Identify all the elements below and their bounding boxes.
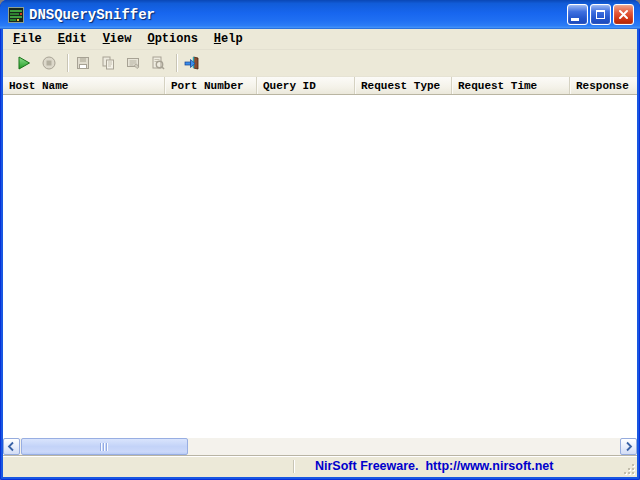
column-query-id[interactable]: Query ID	[257, 77, 355, 94]
menu-view[interactable]: View	[95, 30, 140, 48]
status-bar: NirSoft Freeware. http://www.nirsoft.net	[3, 455, 637, 477]
menu-help[interactable]: Help	[206, 30, 251, 48]
chevron-left-icon	[6, 441, 17, 452]
column-host-name[interactable]: Host Name	[3, 77, 165, 94]
minimize-icon	[571, 18, 579, 21]
save-icon	[75, 55, 91, 71]
column-response[interactable]: Response	[570, 77, 637, 94]
stop-capture-icon	[41, 55, 57, 71]
resize-grip-icon[interactable]	[622, 462, 635, 475]
menu-bar: File Edit View Options Help	[3, 29, 637, 50]
column-port-number[interactable]: Port Number	[165, 77, 257, 94]
find-icon	[150, 55, 166, 71]
scroll-left-button[interactable]	[3, 438, 20, 455]
start-capture-icon[interactable]	[16, 55, 32, 71]
statusbar-separator	[293, 460, 294, 473]
statusbar-text: NirSoft Freeware. http://www.nirsoft.net	[315, 459, 553, 473]
menu-edit[interactable]: Edit	[50, 30, 95, 48]
maximize-icon	[596, 10, 605, 19]
toolbar	[3, 50, 637, 77]
scroll-right-button[interactable]	[620, 438, 637, 455]
maximize-button[interactable]	[590, 4, 611, 25]
menu-options[interactable]: Options	[139, 30, 205, 48]
column-request-time[interactable]: Request Time	[452, 77, 570, 94]
list-header: Host Name Port Number Query ID Request T…	[3, 77, 637, 95]
close-icon	[618, 9, 629, 20]
close-button[interactable]	[613, 4, 634, 25]
menu-file[interactable]: File	[5, 30, 50, 48]
app-window: DNSQuerySniffer File Edit View Options H…	[0, 0, 640, 480]
title-bar[interactable]: DNSQuerySniffer	[0, 0, 640, 29]
chevron-right-icon	[623, 441, 634, 452]
properties-icon	[125, 55, 141, 71]
window-title: DNSQuerySniffer	[29, 7, 567, 23]
horizontal-scrollbar	[3, 438, 637, 455]
minimize-button[interactable]	[567, 4, 588, 25]
scrollbar-grip-icon	[100, 443, 109, 451]
client-area: File Edit View Options Help	[3, 29, 637, 477]
app-icon	[8, 7, 24, 23]
exit-icon[interactable]	[184, 55, 200, 71]
copy-icon	[100, 55, 116, 71]
scrollbar-thumb[interactable]	[21, 438, 188, 455]
scrollbar-track[interactable]	[20, 438, 620, 455]
column-request-type[interactable]: Request Type	[355, 77, 452, 94]
list-body[interactable]	[3, 95, 637, 438]
toolbar-separator	[67, 54, 68, 72]
toolbar-separator	[176, 54, 177, 72]
